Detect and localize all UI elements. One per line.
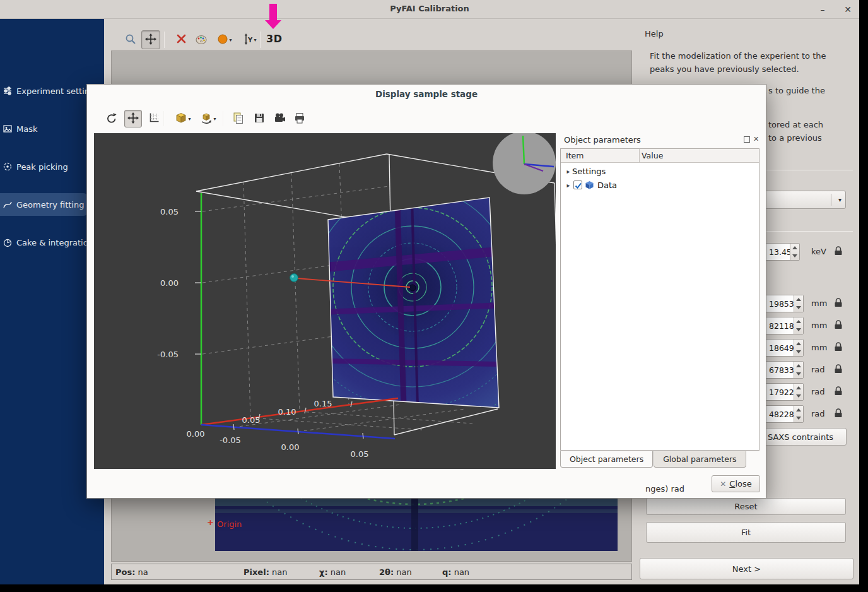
dialog-close-button[interactable]: ✕ Close xyxy=(712,475,760,492)
viewpoint-button[interactable]: ▾ xyxy=(196,110,220,127)
expander-icon[interactable]: ▸ xyxy=(565,168,572,175)
help-text-fragment: s to guide the xyxy=(768,86,825,95)
spinbox-arrows[interactable] xyxy=(794,317,803,334)
status-pixel-value: nan xyxy=(272,567,287,577)
tree-row-data[interactable]: ▸ Data xyxy=(561,178,759,192)
close-window-button[interactable]: ✕ xyxy=(840,3,855,16)
tree-row-label: Settings xyxy=(572,167,606,176)
status-2theta: 2θ: nan xyxy=(379,567,412,577)
tree-row-settings[interactable]: ▸ Settings xyxy=(561,164,759,178)
axes-properties-button[interactable] xyxy=(145,110,163,127)
energy-value: 13.45 xyxy=(769,247,792,257)
spinbox-arrows[interactable] xyxy=(794,340,803,356)
bounding-box-button[interactable]: ▾ xyxy=(171,110,195,127)
saxs-constraints-button[interactable]: SAXS contraints xyxy=(754,428,847,446)
help-text-fragment: to a previous xyxy=(768,133,822,143)
close-label: lose xyxy=(735,479,751,488)
column-item: Item xyxy=(566,151,584,160)
titlebar: PyFAI Calibration – ✕ xyxy=(0,0,859,19)
spinbox-arrows[interactable] xyxy=(794,406,803,422)
copy-icon xyxy=(232,112,244,126)
status-chi-value: nan xyxy=(331,567,346,577)
lock-icon[interactable] xyxy=(834,246,843,256)
status-pos-label: Pos: xyxy=(115,567,135,577)
cube-icon xyxy=(175,112,187,126)
chevron-down-icon: ▾ xyxy=(838,196,842,203)
spinbox-arrows[interactable] xyxy=(794,295,803,312)
svg-text:-0.05: -0.05 xyxy=(220,435,241,445)
lock-icon[interactable] xyxy=(834,297,843,307)
reset-button[interactable]: Reset xyxy=(646,498,846,515)
grid-axes-icon xyxy=(148,112,160,126)
printer-icon xyxy=(293,112,306,126)
tree-header: Item Value xyxy=(561,149,759,163)
pan-view-button[interactable] xyxy=(124,110,142,127)
chevron-down-icon: ▾ xyxy=(213,116,216,122)
status-q: q: nan xyxy=(442,567,469,577)
chevron-down-icon: ▾ xyxy=(254,37,256,43)
lock-icon[interactable] xyxy=(834,341,843,352)
sidebar-item-label: Cake & integration xyxy=(16,238,93,247)
pan-button[interactable] xyxy=(141,30,160,49)
magnifier-icon xyxy=(124,33,137,47)
zoom-button[interactable] xyxy=(121,30,140,49)
tree-row-label: Data xyxy=(597,181,617,190)
data-visibility-checkbox[interactable] xyxy=(573,181,582,189)
dock-float-icon[interactable] xyxy=(744,136,750,143)
status-pos-value: na xyxy=(138,567,148,577)
peak-picking-icon xyxy=(3,162,13,172)
spinbox-arrows[interactable] xyxy=(790,244,799,260)
sidebar-item-geometry-fitting[interactable]: Geometry fitting xyxy=(0,193,88,216)
param-unit: mm xyxy=(811,299,827,308)
lock-icon[interactable] xyxy=(834,364,843,374)
3d-view-button[interactable]: 3D xyxy=(266,33,282,45)
energy-unit: keV xyxy=(811,247,826,256)
fit-button[interactable]: Fit xyxy=(646,522,846,543)
lock-icon[interactable] xyxy=(834,319,843,329)
print-button[interactable] xyxy=(291,110,308,127)
column-separator[interactable] xyxy=(639,149,640,162)
dock-close-icon[interactable]: ✕ xyxy=(753,135,759,143)
rotate-view-button[interactable] xyxy=(103,110,120,127)
param-unit: rad xyxy=(811,409,825,418)
video-camera-icon xyxy=(273,112,286,126)
minimize-button[interactable]: – xyxy=(815,3,830,16)
status-q-value: nan xyxy=(454,567,469,577)
lock-icon[interactable] xyxy=(834,408,843,418)
expander-icon[interactable]: ▸ xyxy=(565,182,572,189)
svg-text:0.05: 0.05 xyxy=(242,415,261,425)
toolbar-separator xyxy=(164,32,165,48)
status-chi: χ: nan xyxy=(319,567,346,577)
next-button[interactable]: Next > xyxy=(640,558,853,579)
status-2theta-value: nan xyxy=(396,567,411,577)
sidebar-item-label: Mask xyxy=(16,124,37,134)
tab-global-parameters[interactable]: Global parameters xyxy=(654,451,746,468)
object-tree[interactable]: Item Value ▸ Settings ▸ Data xyxy=(560,148,760,451)
spinbox-arrows[interactable] xyxy=(794,384,803,400)
record-video-button[interactable] xyxy=(271,110,288,127)
annotation-arrow-shaft xyxy=(269,4,277,20)
marker-style-button[interactable]: ▾ xyxy=(213,30,236,49)
sidebar-item-label: Peak picking xyxy=(16,162,68,172)
mask-icon xyxy=(3,124,13,134)
pyfai-window: PyFAI Calibration – ✕ Experiment setting… xyxy=(0,0,859,584)
orange-dot-icon xyxy=(217,33,228,47)
lock-icon[interactable] xyxy=(834,386,843,396)
param-unit: mm xyxy=(811,321,827,330)
toolbar-separator xyxy=(223,111,223,126)
spinbox-arrows[interactable] xyxy=(794,362,803,378)
pan-cross-icon xyxy=(144,33,157,47)
tab-object-parameters[interactable]: Object parameters xyxy=(560,451,653,468)
save-snapshot-button[interactable] xyxy=(250,110,268,127)
help-text-fragment: tored at each xyxy=(768,120,823,129)
colormap-button[interactable] xyxy=(192,30,211,49)
clear-mask-button[interactable] xyxy=(172,30,191,49)
save-icon xyxy=(253,112,266,126)
copy-snapshot-button[interactable] xyxy=(229,110,247,127)
3d-scene-view[interactable]: 0.05 0.00 -0.05 0.05 0.10 0.15 0.00 -0.0… xyxy=(94,133,556,469)
svg-text:Y: Y xyxy=(247,37,253,44)
toolbar-separator xyxy=(260,32,261,48)
display-sample-stage-dialog: Display sample stage ▾ ▾ xyxy=(86,84,766,499)
y-axis-orientation-button[interactable]: Y ▾ xyxy=(238,30,261,49)
status-2theta-label: 2θ: xyxy=(379,567,394,577)
